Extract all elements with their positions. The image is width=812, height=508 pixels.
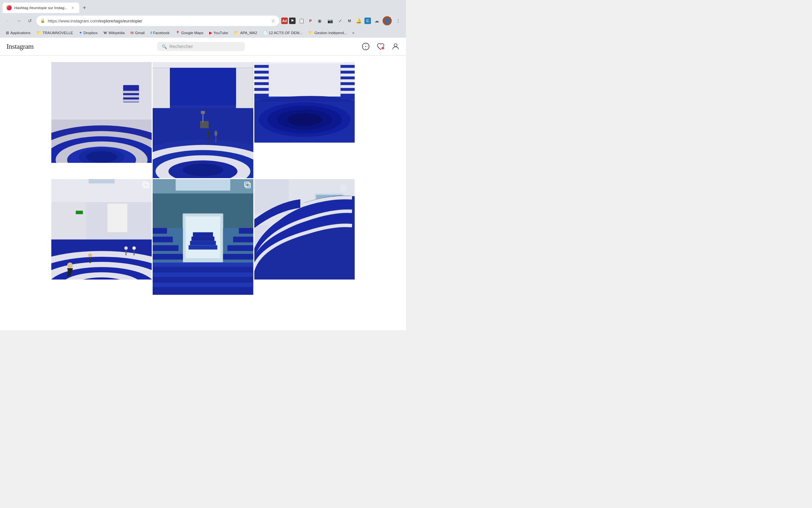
album-icon-svg <box>143 182 149 188</box>
bookmark-apa-ma2[interactable]: 📁 APA_MA2 <box>231 30 259 36</box>
chrome-menu-button[interactable]: ⋮ <box>394 16 403 25</box>
svg-point-81 <box>88 253 92 257</box>
tab-bar: Hashtag #eurotopie sur Instag... × + <box>0 0 406 13</box>
forward-button[interactable]: → <box>14 16 23 25</box>
svg-rect-106 <box>153 237 173 243</box>
extension-profile[interactable]: 👤 <box>383 16 392 25</box>
extension-adblocker[interactable]: Ad <box>281 17 288 24</box>
browser-extensions: Ad ⚑ 📋 P ◉ 📷 ✓ M 🔔 C ☁ 👤 <box>281 16 392 25</box>
svg-rect-27 <box>236 68 253 111</box>
svg-rect-55 <box>254 74 269 76</box>
photo-6-image <box>254 179 355 280</box>
folder-icon: 📁 <box>234 31 239 35</box>
bookmark-gmail[interactable]: M Gmail <box>128 30 147 36</box>
grid-item-2[interactable] <box>153 62 253 178</box>
bookmarks-bar: ⊞ Instagram Applications 📁 TRAUMNOVELLE … <box>0 29 406 38</box>
bookmark-youtube[interactable]: ▶ YouTube <box>206 30 231 36</box>
svg-rect-71 <box>76 211 83 214</box>
extension-check[interactable]: ✓ <box>336 16 345 25</box>
profile-icon <box>392 43 399 50</box>
svg-rect-25 <box>153 62 253 68</box>
extension-m[interactable]: M <box>346 17 353 24</box>
bookmark-12acts[interactable]: 📄 12 ACTS OF DEM... <box>260 30 305 36</box>
svg-rect-70 <box>51 202 86 239</box>
tab-close-button[interactable]: × <box>70 5 75 10</box>
photo-3-image <box>254 62 355 143</box>
svg-point-80 <box>67 262 73 268</box>
svg-rect-58 <box>254 91 269 94</box>
svg-rect-66 <box>269 62 343 64</box>
svg-rect-100 <box>153 262 253 266</box>
bookmark-star-icon[interactable]: ☆ <box>271 18 276 24</box>
grid-item-1[interactable] <box>51 62 152 178</box>
svg-rect-53 <box>254 62 269 65</box>
back-button[interactable]: ← <box>3 16 12 25</box>
svg-rect-111 <box>227 245 253 251</box>
bookmark-applications[interactable]: ⊞ Instagram Applications <box>3 30 33 36</box>
svg-rect-92 <box>176 179 230 190</box>
bookmark-gestion[interactable]: 📁 Gestion Indépend... <box>306 30 349 36</box>
extension-cloud[interactable]: ☁ <box>372 16 381 25</box>
maps-icon: 📍 <box>176 31 180 35</box>
svg-rect-109 <box>239 228 253 234</box>
gmail-icon: M <box>131 31 134 35</box>
grid-item-6[interactable] <box>254 179 355 295</box>
wikipedia-icon: W <box>103 31 107 35</box>
url-plain: https://www.instagram.com <box>48 18 98 24</box>
bookmark-label: Gmail <box>135 31 145 35</box>
bookmark-label: TRAUMNOVELLE <box>43 31 73 35</box>
instagram-header: Instagram 🔍 Rechercher <box>0 38 406 55</box>
extension-notification[interactable]: 🔔 <box>354 16 363 25</box>
svg-rect-62 <box>340 74 355 76</box>
extension-dark[interactable]: ◉ <box>315 16 324 25</box>
bookmark-label: Wikipédia <box>108 31 125 35</box>
extension-clipboard[interactable]: 📋 <box>297 16 306 25</box>
photo-2-image <box>153 62 253 178</box>
svg-rect-63 <box>340 79 355 82</box>
bookmark-wikipedia[interactable]: W Wikipédia <box>101 30 127 36</box>
address-bar[interactable]: 🔒 https://www.instagram.com/explore/tags… <box>36 15 279 26</box>
instagram-logo[interactable]: Instagram <box>6 41 40 52</box>
extension-pinterest[interactable]: P <box>307 17 314 24</box>
heart-icon <box>377 43 385 50</box>
notifications-button[interactable] <box>377 43 385 50</box>
instagram-content <box>0 55 406 301</box>
bookmark-facebook[interactable]: f Facebook <box>148 30 172 36</box>
extension-flag[interactable]: ⚑ <box>289 17 296 24</box>
compass-icon <box>362 43 370 50</box>
extension-camera[interactable]: 📷 <box>326 16 335 25</box>
folder-icon: 📁 <box>308 31 313 35</box>
explore-button[interactable] <box>362 43 370 50</box>
instagram-page: Instagram 🔍 Rechercher <box>0 38 406 330</box>
active-tab[interactable]: Hashtag #eurotopie sur Instag... × <box>3 3 79 13</box>
instagram-search: 🔍 Rechercher <box>157 42 245 51</box>
bookmark-googlemaps[interactable]: 📍 Google Maps <box>173 30 206 36</box>
svg-rect-54 <box>254 68 269 71</box>
profile-button[interactable] <box>392 43 399 50</box>
grid-item-5[interactable] <box>153 179 253 295</box>
search-bar[interactable]: 🔍 Rechercher <box>157 42 245 51</box>
svg-rect-98 <box>193 232 213 236</box>
extension-c[interactable]: C <box>365 17 371 24</box>
dropbox-icon: ✦ <box>79 31 82 35</box>
photo-4-image <box>51 179 152 280</box>
svg-rect-101 <box>153 272 253 277</box>
facebook-icon: f <box>150 31 152 35</box>
bookmark-traumnovelle[interactable]: 📁 TRAUMNOVELLE <box>34 30 76 36</box>
svg-rect-114 <box>246 183 250 188</box>
svg-rect-105 <box>153 228 167 234</box>
grid-item-4[interactable] <box>51 179 152 295</box>
bookmark-dropbox[interactable]: ✦ Dropbox <box>76 30 100 36</box>
svg-rect-102 <box>153 283 253 287</box>
svg-rect-56 <box>254 79 269 82</box>
new-tab-button[interactable]: + <box>80 3 89 12</box>
apps-icon: ⊞ <box>6 31 9 35</box>
bookmarks-more-button[interactable]: » <box>350 30 356 36</box>
url-path: /explore/tags/eurotopie/ <box>98 18 142 24</box>
svg-rect-57 <box>254 85 269 88</box>
refresh-button[interactable]: ↺ <box>25 16 35 25</box>
svg-point-18 <box>86 151 117 163</box>
bookmark-label: APA_MA2 <box>240 31 257 35</box>
grid-item-3[interactable] <box>254 62 355 178</box>
svg-rect-95 <box>189 245 217 249</box>
